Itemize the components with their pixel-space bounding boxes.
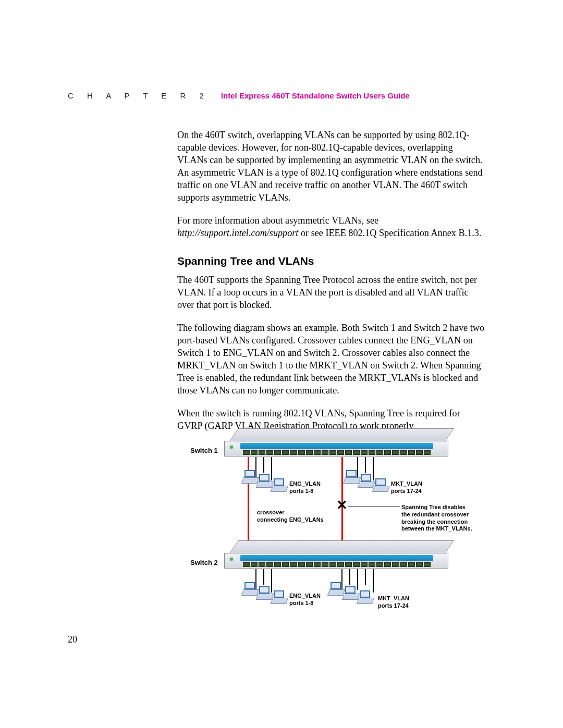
host-icon [257, 586, 272, 599]
paragraph-2a: For more information about asymmetric VL… [177, 215, 378, 226]
host-icon [359, 474, 373, 487]
host-icon [373, 478, 388, 491]
switch-ports [243, 450, 431, 455]
host-icon [344, 470, 359, 483]
mkt-vlan-label-1: MKT_VLAN ports 17-24 [391, 480, 422, 495]
paragraph-4: The following diagram shows an example. … [177, 322, 485, 397]
switch-2 [224, 540, 448, 569]
host-icon [242, 470, 257, 483]
host-icon [257, 474, 272, 487]
body-column: On the 460T switch, overlapping VLANs ca… [177, 129, 485, 432]
host-icon [343, 586, 358, 599]
section-heading: Spanning Tree and VLANs [177, 254, 485, 268]
support-url: http://support.intel.com/support [177, 228, 298, 238]
host-icon [272, 590, 286, 603]
switch-front [224, 441, 448, 456]
led-icon [230, 558, 233, 561]
switch-2-label: Switch 2 [190, 559, 218, 566]
eng-vlan-label-2: ENG_VLAN ports 1-8 [289, 593, 321, 607]
switch-panel [240, 443, 433, 449]
host-cable [365, 457, 366, 473]
network-diagram: Switch 1 ENG_VLAN ports 1-8 MKT_VLAN por… [190, 428, 513, 637]
led-icon [230, 446, 233, 449]
switch-1 [224, 428, 448, 457]
page-number: 20 [68, 634, 77, 645]
host-cable [373, 569, 374, 593]
host-cable [263, 457, 264, 473]
paragraph-3: The 460T supports the Spanning Tree Prot… [177, 274, 485, 311]
host-cable [263, 569, 264, 585]
host-icon [242, 582, 257, 595]
switch-top [229, 540, 454, 554]
running-header: C H A P T E R 2 Intel Express 460T Stand… [68, 91, 495, 100]
host-cable [365, 569, 366, 585]
annotation-lead [249, 512, 257, 512]
crossover-annotation: crossover connecting ENG_VLANs [257, 509, 324, 524]
paragraph-1: On the 460T switch, overlapping VLANs ca… [177, 129, 485, 204]
guide-title: Intel Express 460T Standalone Switch Use… [221, 91, 410, 100]
paragraph-2b: or see IEEE 802.1Q Specification Annex B… [298, 228, 481, 238]
host-icon [272, 478, 286, 491]
host-cable [349, 569, 350, 585]
switch-front [224, 553, 448, 569]
switch-top [229, 428, 454, 442]
mkt-vlan-label-2: MKT_VLAN ports 17-24 [378, 595, 409, 610]
switch-1-label: Switch 1 [190, 447, 218, 454]
paragraph-2: For more information about asymmetric VL… [177, 214, 485, 239]
annotation-lead [348, 507, 400, 507]
blocked-link-icon: ✕ [336, 499, 348, 511]
chapter-label: C H A P T E R 2 [68, 91, 210, 100]
switch-panel [240, 555, 433, 561]
page-content: C H A P T E R 2 Intel Express 460T Stand… [68, 91, 495, 442]
host-icon [358, 590, 372, 603]
host-icon [328, 582, 343, 595]
switch-ports [243, 562, 431, 567]
eng-vlan-label-1: ENG_VLAN ports 1-8 [289, 480, 321, 495]
stp-annotation: Spanning Tree disables the redundant cro… [401, 504, 472, 533]
